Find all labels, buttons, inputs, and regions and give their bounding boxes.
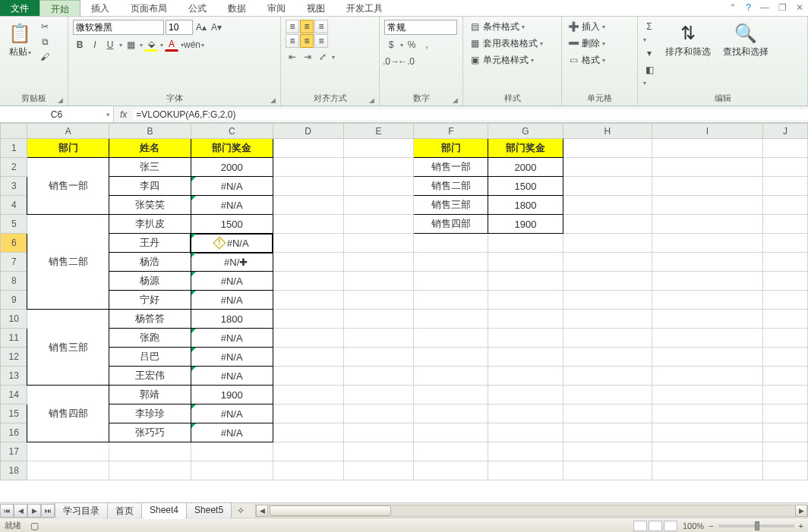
view-page-break-icon[interactable] xyxy=(664,521,677,531)
cell-E14[interactable] xyxy=(343,386,414,405)
cell-E3[interactable] xyxy=(343,177,414,196)
cell-B15[interactable]: 李珍珍 xyxy=(109,405,191,423)
tab-page-layout[interactable]: 页面布局 xyxy=(120,0,178,16)
cell-D4[interactable] xyxy=(273,196,343,215)
delete-cells-button[interactable]: ➖删除▾ xyxy=(567,36,605,50)
sheet-tab-1[interactable]: 首页 xyxy=(107,502,142,519)
cell-J2[interactable] xyxy=(763,158,808,177)
cell-J1[interactable] xyxy=(763,139,808,158)
zoom-level[interactable]: 100% xyxy=(683,521,704,530)
cell-B4[interactable]: 张笑笑 xyxy=(109,196,191,215)
cell-G15[interactable] xyxy=(488,405,563,423)
number-launcher-icon[interactable]: ◢ xyxy=(453,96,458,104)
cell-H18[interactable] xyxy=(563,461,652,480)
minimize-child-icon[interactable]: — xyxy=(756,0,774,16)
column-header-D[interactable]: D xyxy=(273,124,343,139)
cell-C3[interactable]: #N/A xyxy=(191,177,273,196)
find-select-button[interactable]: 🔍 查找和选择 xyxy=(720,20,772,60)
insert-cells-button[interactable]: ➕插入▾ xyxy=(567,20,605,33)
cell-B12[interactable]: 吕巴 xyxy=(109,348,191,367)
cell-D7[interactable] xyxy=(273,253,343,272)
increase-font-icon[interactable]: A▴ xyxy=(194,20,208,34)
worksheet[interactable]: ABCDEFGHIJ1部门姓名部门奖金部门部门奖金2销售一部张三2000销售一部… xyxy=(0,123,808,502)
comma-icon[interactable]: , xyxy=(420,38,434,52)
column-header-E[interactable]: E xyxy=(343,124,414,139)
tab-data[interactable]: 数据 xyxy=(217,0,257,16)
cell-I16[interactable] xyxy=(652,423,762,442)
align-mid-left[interactable]: ≡ xyxy=(286,34,299,48)
row-header-4[interactable]: 4 xyxy=(1,196,27,215)
cell-H10[interactable] xyxy=(563,310,652,329)
cell-I13[interactable] xyxy=(652,367,762,386)
cell-G6[interactable] xyxy=(488,234,563,253)
border-icon[interactable]: ▦ xyxy=(124,38,137,52)
row-header-1[interactable]: 1 xyxy=(1,139,27,158)
cell-C4[interactable]: #N/A xyxy=(191,196,273,215)
row-header-5[interactable]: 5 xyxy=(1,215,27,234)
hscroll-left-icon[interactable]: ◀ xyxy=(256,505,268,517)
row-header-11[interactable]: 11 xyxy=(1,329,27,348)
column-header-F[interactable]: F xyxy=(414,124,488,139)
row-header-10[interactable]: 10 xyxy=(1,310,27,329)
cell-J5[interactable] xyxy=(763,215,808,234)
cell-J16[interactable] xyxy=(763,423,808,442)
fill-icon[interactable]: ▾ xyxy=(642,46,656,60)
cell-D12[interactable] xyxy=(273,348,343,367)
cell-H5[interactable] xyxy=(563,215,652,234)
cell-F3[interactable]: 销售二部 xyxy=(414,177,488,196)
cell-C16[interactable]: #N/A xyxy=(191,423,273,442)
cell-E11[interactable] xyxy=(343,329,414,348)
cell-I5[interactable] xyxy=(652,215,762,234)
cell-E10[interactable] xyxy=(343,310,414,329)
cell-F10[interactable] xyxy=(414,310,488,329)
cell-J13[interactable] xyxy=(763,367,808,386)
name-box[interactable]: C6▾ xyxy=(0,106,114,122)
cell-I8[interactable] xyxy=(652,272,762,291)
cell-F7[interactable] xyxy=(414,253,488,272)
cell-I2[interactable] xyxy=(652,158,762,177)
cell-C11[interactable]: #N/A xyxy=(191,329,273,348)
column-header-G[interactable]: G xyxy=(488,124,563,139)
view-page-layout-icon[interactable] xyxy=(649,521,662,531)
cell-E2[interactable] xyxy=(343,158,414,177)
percent-icon[interactable]: % xyxy=(405,38,418,52)
cut-icon[interactable]: ✂ xyxy=(38,20,52,33)
cell-D9[interactable] xyxy=(273,291,343,310)
font-launcher-icon[interactable]: ◢ xyxy=(270,96,276,104)
cell-H9[interactable] xyxy=(563,291,652,310)
cell-D17[interactable] xyxy=(273,442,343,461)
cell-G2[interactable]: 2000 xyxy=(488,158,563,177)
column-header-C[interactable]: C xyxy=(191,124,273,139)
view-normal-icon[interactable] xyxy=(633,521,647,531)
cell-G14[interactable] xyxy=(488,386,563,405)
cell-G16[interactable] xyxy=(488,423,563,442)
cell-G12[interactable] xyxy=(488,348,563,367)
font-size-combo[interactable] xyxy=(166,20,193,35)
macro-record-icon[interactable]: ▢ xyxy=(27,519,41,533)
font-name-combo[interactable] xyxy=(73,20,164,35)
cell-F15[interactable] xyxy=(414,405,488,423)
cell-J10[interactable] xyxy=(763,310,808,329)
sheet-nav-first-icon[interactable]: ⏮ xyxy=(0,504,14,518)
align-mid-right[interactable]: ≡ xyxy=(314,34,328,48)
copy-icon[interactable]: ⧉ xyxy=(38,35,52,49)
decrease-indent-icon[interactable]: ⇤ xyxy=(286,50,299,64)
cell-J8[interactable] xyxy=(763,272,808,291)
cell-H12[interactable] xyxy=(563,348,652,367)
formula-input[interactable]: =VLOOKUP(A6,F:G,2,0) xyxy=(133,109,808,120)
cell-B11[interactable]: 张跑 xyxy=(109,329,191,348)
row-header-13[interactable]: 13 xyxy=(1,367,27,386)
cell-A2[interactable]: 销售一部 xyxy=(27,158,109,215)
cell-C9[interactable]: #N/A xyxy=(191,291,273,310)
hscroll-thumb[interactable] xyxy=(270,505,391,516)
cell-F5[interactable]: 销售四部 xyxy=(414,215,488,234)
zoom-out-icon[interactable]: − xyxy=(709,521,713,530)
format-painter-icon[interactable]: 🖌 xyxy=(38,50,52,64)
cell-F17[interactable] xyxy=(414,442,488,461)
row-header-9[interactable]: 9 xyxy=(1,291,27,310)
cell-I9[interactable] xyxy=(652,291,762,310)
cell-H8[interactable] xyxy=(563,272,652,291)
file-menu[interactable]: 文件 xyxy=(0,0,39,16)
cell-E1[interactable] xyxy=(343,139,414,158)
cell-G7[interactable] xyxy=(488,253,563,272)
